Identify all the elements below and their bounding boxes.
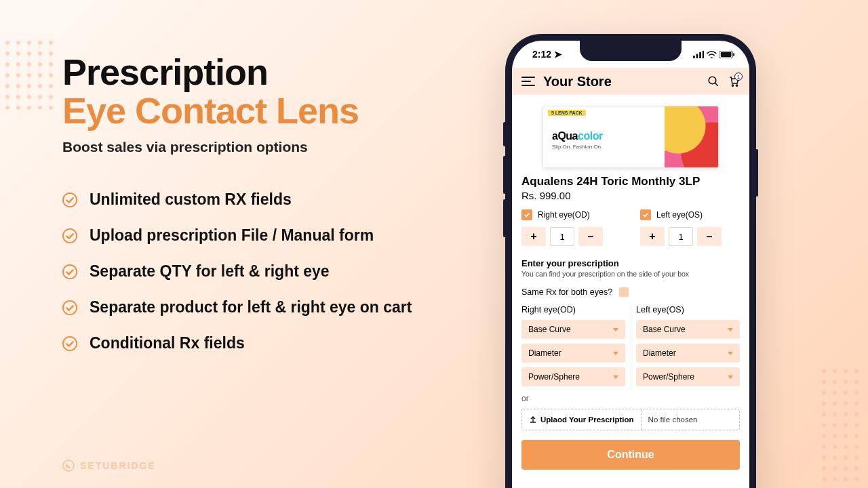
right-eye-label: Right eye(OD) xyxy=(538,210,590,220)
feature-label: Separate QTY for left & right eye xyxy=(90,262,330,281)
status-time: 2:12 ➤ xyxy=(532,49,562,60)
feature-item: Separate product for left & right eye on… xyxy=(62,298,456,317)
phone-mockup: 2:12 ➤ Your Store 1 5 LENS PACK aQuacolo… xyxy=(505,34,756,488)
brand-footer: SETUBRIDGE xyxy=(62,460,156,472)
svg-point-0 xyxy=(63,193,77,207)
left-eye-qty: + 1 – xyxy=(640,227,740,246)
hero-title-line2: Eye Contact Lens xyxy=(62,92,456,130)
right-eye-qty: + 1 – xyxy=(521,227,621,246)
feature-item: Unlimited custom RX fields xyxy=(62,190,456,209)
feature-label: Unlimited custom RX fields xyxy=(90,190,292,209)
product-image: 5 LENS PACK aQuacolor Slip On. Fashion O… xyxy=(542,106,719,168)
right-eye-column: Right eye(OD) + 1 – xyxy=(521,209,621,246)
store-header: Your Store 1 xyxy=(512,68,749,95)
feature-item: Upload prescription File / Manual form xyxy=(62,226,456,245)
svg-point-1 xyxy=(63,229,77,243)
dropdown-icon xyxy=(613,352,618,355)
power-select[interactable]: Power/Sphere xyxy=(636,367,740,386)
hero-subtitle: Boost sales via prescription options xyxy=(62,139,456,155)
upload-row: Uplaod Your Prescription No file chosen xyxy=(521,409,740,430)
decor-dots-bottom-right xyxy=(822,369,859,481)
feature-label: Upload prescription File / Manual form xyxy=(90,226,374,245)
brand-name: SETUBRIDGE xyxy=(80,460,156,471)
qty-value: 1 xyxy=(550,227,574,246)
dropdown-icon xyxy=(613,328,618,331)
feature-item: Separate QTY for left & right eye xyxy=(62,262,456,281)
store-title: Your Store xyxy=(543,74,699,89)
dropdown-icon xyxy=(613,375,618,379)
rx-left-heading: Left eye(OS) xyxy=(636,305,740,314)
diameter-select[interactable]: Diameter xyxy=(636,344,740,363)
svg-rect-5 xyxy=(693,56,695,58)
rx-right-column: Right eye(OD) Base Curve Diameter Power/… xyxy=(521,305,631,391)
same-rx-checkbox[interactable] xyxy=(619,287,629,297)
product-page: 5 LENS PACK aQuacolor Slip On. Fashion O… xyxy=(512,95,749,476)
right-eye-checkbox[interactable] xyxy=(521,209,532,220)
product-title: Aqualens 24H Toric Monthly 3LP xyxy=(521,175,740,188)
cart-badge: 1 xyxy=(734,73,743,81)
feature-label: Separate product for left & right eye on… xyxy=(90,298,412,317)
upload-icon xyxy=(529,415,537,424)
wifi-icon xyxy=(707,51,717,58)
base-curve-select[interactable]: Base Curve xyxy=(636,320,740,339)
feature-item: Conditional Rx fields xyxy=(62,334,456,352)
upload-button-label: Uplaod Your Prescription xyxy=(540,415,634,424)
hero-title-line1: Prescription xyxy=(62,53,456,92)
left-eye-checkbox[interactable] xyxy=(640,209,651,220)
phone-screen: 2:12 ➤ Your Store 1 5 LENS PACK aQuacolo… xyxy=(512,41,749,488)
dropdown-icon xyxy=(728,375,733,379)
qty-plus-button[interactable]: + xyxy=(640,227,665,246)
base-curve-select[interactable]: Base Curve xyxy=(521,320,625,339)
check-icon xyxy=(62,264,77,279)
feature-list: Unlimited custom RX fields Upload prescr… xyxy=(62,190,456,352)
product-image-tagline: Slip On. Fashion On. xyxy=(552,144,602,150)
svg-point-4 xyxy=(63,337,77,350)
continue-button[interactable]: Continue xyxy=(521,440,740,470)
svg-rect-6 xyxy=(696,54,698,58)
qty-value: 1 xyxy=(669,227,693,246)
location-icon: ➤ xyxy=(554,49,562,60)
feature-label: Conditional Rx fields xyxy=(90,334,245,352)
battery-icon xyxy=(719,51,734,58)
check-icon xyxy=(62,192,77,207)
svg-point-2 xyxy=(63,265,77,279)
phone-power-button xyxy=(755,149,758,197)
same-rx-row: Same Rx for both eyes? xyxy=(521,287,740,297)
search-icon[interactable] xyxy=(707,75,719,87)
power-select[interactable]: Power/Sphere xyxy=(521,367,625,386)
menu-icon[interactable] xyxy=(521,77,535,86)
qty-minus-button[interactable]: – xyxy=(697,227,722,246)
product-price: Rs. 999.00 xyxy=(521,190,740,201)
cart-icon[interactable]: 1 xyxy=(728,75,740,87)
qty-minus-button[interactable]: – xyxy=(578,227,603,246)
same-rx-label: Same Rx for both eyes? xyxy=(521,287,612,297)
rx-left-column: Left eye(OS) Base Curve Diameter Power/S… xyxy=(631,305,740,391)
phone-mute-switch xyxy=(503,122,506,146)
left-eye-checkbox-row: Left eye(OS) xyxy=(640,209,740,220)
hero-section: Prescription Eye Contact Lens Boost sale… xyxy=(62,53,456,370)
svg-rect-7 xyxy=(699,52,701,58)
eye-selection-row: Right eye(OD) + 1 – Left eye(OS) + xyxy=(521,209,740,246)
svg-rect-11 xyxy=(733,53,734,56)
svg-point-15 xyxy=(736,85,737,86)
signal-icon xyxy=(693,51,705,58)
diameter-select[interactable]: Diameter xyxy=(521,344,625,363)
svg-rect-10 xyxy=(721,52,732,56)
svg-point-12 xyxy=(709,77,716,84)
dropdown-icon xyxy=(728,352,733,355)
left-eye-column: Left eye(OS) + 1 – xyxy=(640,209,740,246)
right-eye-checkbox-row: Right eye(OD) xyxy=(521,209,621,220)
phone-notch xyxy=(580,41,682,61)
svg-point-3 xyxy=(63,301,77,314)
or-label: or xyxy=(521,394,740,403)
check-icon xyxy=(62,228,77,243)
product-image-brand: aQuacolor xyxy=(552,130,603,142)
upload-button[interactable]: Uplaod Your Prescription xyxy=(522,409,642,430)
rx-columns: Right eye(OD) Base Curve Diameter Power/… xyxy=(521,305,740,391)
no-file-label: No file chosen xyxy=(642,415,705,424)
svg-rect-8 xyxy=(703,51,705,58)
product-image-badge: 5 LENS PACK xyxy=(548,110,586,116)
phone-volume-down xyxy=(503,199,506,237)
qty-plus-button[interactable]: + xyxy=(521,227,546,246)
check-icon xyxy=(62,336,77,351)
